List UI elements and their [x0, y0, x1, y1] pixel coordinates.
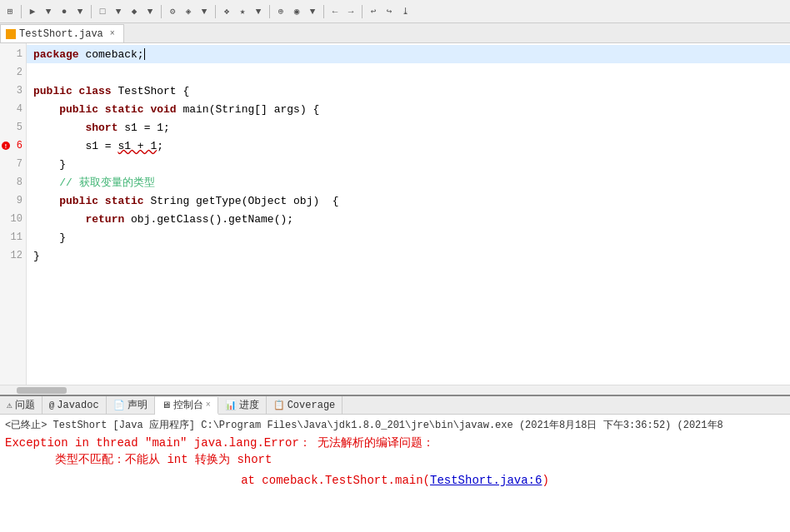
editor-wrapper: TestShort.java × 1 2 3 4 5 ! 6 7 8 9 10 …: [0, 23, 790, 395]
kw-public3: public: [59, 195, 105, 207]
problems-icon: ⚠: [7, 400, 12, 410]
code-line-1: package comeback;: [27, 45, 790, 63]
javadoc-icon: @: [49, 400, 55, 410]
toolbar-sep-1: [21, 5, 22, 18]
declaration-icon: 📄: [113, 400, 125, 410]
code-line-7: }: [27, 155, 790, 173]
toolbar-icon-5[interactable]: ⚙: [166, 5, 179, 18]
toolbar-forward[interactable]: →: [344, 5, 358, 18]
code-content[interactable]: package comeback; public class TestShort…: [27, 43, 790, 385]
toolbar-debug[interactable]: ●: [58, 5, 71, 18]
progress-icon: 📊: [225, 400, 237, 410]
toolbar-icon-10[interactable]: ◉: [290, 5, 303, 18]
tab-bar: TestShort.java ×: [0, 23, 790, 43]
code-comment: // 获取变量的类型: [59, 175, 154, 190]
tab-filename: TestShort.java: [19, 28, 103, 40]
panel-tab-bar: ⚠ 问题 @ Javadoc 📄 声明 🖥 控制台 × 📊 进度 📋 Cover…: [0, 396, 790, 415]
panel-tab-console-label: 控制台: [173, 398, 203, 412]
toolbar-sep-3: [161, 5, 162, 18]
kw-return: return: [85, 213, 131, 226]
code-line-3: public class TestShort {: [27, 82, 790, 100]
toolbar-icon-6b[interactable]: ▼: [198, 5, 211, 18]
panel-tab-console[interactable]: 🖥 控制台 ×: [155, 397, 218, 415]
coverage-icon: 📋: [273, 400, 285, 410]
toolbar: ⊞ ▶ ▼ ● ▼ □ ▼ ◆ ▼ ⚙ ◈ ▼ ❖ ★ ▼ ⊕ ◉ ▼ ← → …: [0, 0, 790, 23]
toolbar-icon-3[interactable]: □: [96, 5, 109, 18]
gutter-line-3: 3: [0, 82, 26, 100]
toolbar-back[interactable]: ←: [328, 5, 342, 18]
code-line-10: return obj.getClass().getName();: [27, 210, 790, 228]
code-line-2: [27, 63, 790, 82]
toolbar-icon-7[interactable]: ❖: [220, 5, 233, 18]
toolbar-icon-10b[interactable]: ▼: [306, 5, 319, 18]
toolbar-icon-12[interactable]: ↪: [382, 5, 396, 18]
code-line-4: public static void main(String[] args) {: [27, 100, 790, 118]
toolbar-icon-13[interactable]: ⤓: [398, 5, 412, 18]
panel-tab-declaration-label: 声明: [128, 398, 148, 412]
toolbar-debug-dropdown[interactable]: ▼: [73, 5, 87, 18]
gutter-line-4: 4: [0, 100, 26, 118]
cursor: [144, 48, 145, 60]
console-output: <已终止> TestShort [Java 应用程序] C:\Program F…: [0, 415, 790, 532]
toolbar-sep-4: [215, 5, 216, 18]
gutter-line-1: 1: [0, 45, 26, 63]
toolbar-icon-4[interactable]: ◆: [128, 5, 141, 18]
line-number-gutter: 1 2 3 4 5 ! 6 7 8 9 10 11 12: [0, 43, 27, 385]
code-indent2: [33, 122, 85, 134]
panel-tab-declaration[interactable]: 📄 声明: [107, 396, 155, 414]
code-line-11: }: [27, 228, 790, 246]
code-text: String getType(Object obj) {: [150, 195, 338, 207]
code-text: s1 = 1;: [124, 122, 170, 134]
gutter-line-11: 11: [0, 228, 26, 246]
code-indent3: [33, 140, 85, 152]
gutter-line-6: ! 6: [0, 137, 26, 155]
error-main-line: Exception in thread "main" java.lang.Err…: [5, 435, 785, 450]
toolbar-run-dropdown[interactable]: ▼: [42, 5, 55, 18]
console-close-area: ×: [206, 400, 211, 410]
code-s1-assign: s1 =: [85, 140, 118, 152]
horizontal-scrollbar[interactable]: [0, 385, 790, 395]
code-line-5: short s1 = 1;: [27, 118, 790, 137]
error-sub-line: 类型不匹配：不能从 int 转换为 short: [5, 452, 785, 467]
code-text: obj.getClass().getName();: [131, 213, 293, 226]
error-marker-6: !: [2, 142, 10, 150]
kw-static: static: [105, 103, 151, 116]
toolbar-icon-11[interactable]: ↩: [367, 5, 380, 18]
tab-close-button[interactable]: ×: [110, 29, 115, 38]
panel-tab-progress-label: 进度: [239, 398, 259, 412]
toolbar-icon-3b[interactable]: ▼: [112, 5, 125, 18]
java-file-icon: [6, 29, 16, 39]
toolbar-icon-6[interactable]: ◈: [182, 5, 195, 18]
code-editor: 1 2 3 4 5 ! 6 7 8 9 10 11 12 package com…: [0, 43, 790, 385]
toolbar-icon-4b[interactable]: ▼: [143, 5, 157, 18]
toolbar-sep-5: [269, 5, 270, 18]
panel-tab-javadoc[interactable]: @ Javadoc: [42, 396, 107, 414]
panel-tab-problems[interactable]: ⚠ 问题: [0, 396, 42, 414]
toolbar-sep-7: [362, 5, 362, 18]
console-header-text: <已终止> TestShort [Java 应用程序] C:\Program F…: [5, 420, 723, 431]
toolbar-icon-8[interactable]: ★: [236, 5, 249, 18]
code-line-9: public static String getType(Object obj)…: [27, 191, 790, 210]
code-text: }: [33, 158, 66, 171]
kw-void: void: [150, 103, 182, 116]
gutter-line-8: 8: [0, 173, 26, 191]
panel-tab-coverage-label: Coverage: [288, 400, 336, 411]
stack-trace-line: at comeback.TestShort.main(TestShort.jav…: [5, 474, 785, 487]
code-text: main(String[] args) {: [182, 103, 319, 116]
kw-public2: public: [59, 103, 105, 116]
toolbar-icon-1[interactable]: ⊞: [3, 5, 17, 18]
toolbar-icon-9[interactable]: ⊕: [274, 5, 288, 18]
editor-tab-testshort[interactable]: TestShort.java ×: [0, 24, 124, 42]
toolbar-icon-8b[interactable]: ▼: [252, 5, 265, 18]
gutter-line-9: 9: [0, 191, 26, 210]
bottom-panel: ⚠ 问题 @ Javadoc 📄 声明 🖥 控制台 × 📊 进度 📋 Cover…: [0, 395, 790, 532]
panel-tab-coverage[interactable]: 📋 Coverage: [267, 396, 343, 414]
code-indent5: [33, 195, 59, 207]
stack-trace-link[interactable]: TestShort.java:6: [430, 474, 542, 487]
code-indent4: [33, 177, 59, 189]
toolbar-run[interactable]: ▶: [26, 5, 39, 18]
error-text-1: Exception in thread "main" java.lang.Err…: [5, 436, 434, 450]
kw-static2: static: [105, 195, 151, 207]
panel-tab-progress[interactable]: 📊 进度: [218, 396, 267, 414]
hscroll-thumb[interactable]: [17, 387, 67, 394]
